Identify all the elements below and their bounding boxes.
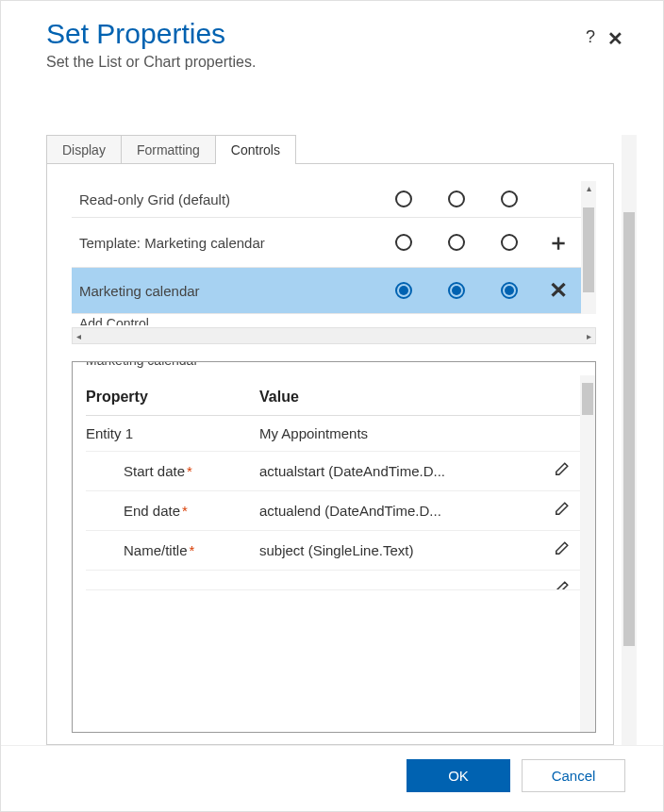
ok-button[interactable]: OK	[407, 759, 510, 792]
property-value: My Appointments	[259, 425, 542, 441]
tab-body: Read-only Grid (default) Template: Marke…	[46, 163, 614, 745]
fieldset-legend: Marketing calendar	[82, 361, 202, 368]
tab-display[interactable]: Display	[46, 135, 122, 164]
radio-tablet[interactable]	[501, 282, 518, 299]
scroll-up-icon[interactable]: ▴	[581, 183, 596, 193]
col-value: Value	[259, 389, 580, 406]
set-properties-dialog: Set Properties Set the List or Chart pro…	[0, 0, 664, 812]
scroll-left-icon[interactable]: ◂	[73, 331, 85, 341]
radio-tablet[interactable]	[501, 191, 518, 207]
close-icon[interactable]: ✕	[607, 27, 623, 50]
property-row-entity1: Entity 1 My Appointments	[86, 416, 580, 452]
property-row-end-date: End date* actualend (DateAndTime.D...	[86, 491, 580, 531]
dialog-header: Set Properties Set the List or Chart pro…	[1, 1, 663, 82]
property-name: Entity 1	[86, 425, 259, 441]
control-row-marketing-calendar[interactable]: Marketing calendar ✕	[72, 268, 581, 314]
property-row-partial	[86, 571, 580, 590]
property-name: Start date*	[86, 463, 259, 479]
scroll-right-icon[interactable]: ▸	[583, 331, 595, 341]
control-label: Read-only Grid (default)	[79, 191, 377, 207]
dialog-subtitle: Set the List or Chart properties.	[46, 54, 618, 71]
radio-web[interactable]	[395, 191, 412, 207]
radio-phone[interactable]	[448, 191, 465, 207]
content-area: Display Formatting Controls Read-only Gr…	[1, 82, 663, 745]
edit-icon[interactable]	[553, 540, 570, 560]
control-label: Marketing calendar	[79, 283, 377, 299]
control-label: Template: Marketing calendar	[79, 235, 377, 251]
control-row-readonly-grid[interactable]: Read-only Grid (default)	[72, 181, 581, 218]
controls-table: Read-only Grid (default) Template: Marke…	[72, 181, 596, 314]
properties-header: Property Value	[86, 375, 580, 416]
edit-icon[interactable]	[553, 461, 570, 481]
dialog-title: Set Properties	[46, 18, 618, 50]
required-icon: *	[190, 542, 195, 558]
properties-fieldset: Marketing calendar Property Value Entity…	[72, 361, 596, 733]
property-value: subject (SingleLine.Text)	[259, 542, 542, 558]
property-name: Name/title*	[86, 542, 259, 558]
property-name: End date*	[86, 503, 259, 519]
plus-icon[interactable]: ＋	[536, 227, 581, 257]
remove-icon[interactable]: ✕	[536, 277, 581, 304]
tab-controls[interactable]: Controls	[215, 135, 296, 164]
radio-tablet[interactable]	[501, 234, 518, 251]
scroll-thumb[interactable]	[582, 383, 593, 415]
radio-phone[interactable]	[448, 234, 465, 251]
page-vertical-scrollbar[interactable]	[622, 135, 637, 745]
control-row-template[interactable]: Template: Marketing calendar ＋	[72, 218, 581, 268]
cancel-button[interactable]: Cancel	[522, 759, 625, 792]
edit-icon[interactable]	[553, 501, 570, 521]
tabs: Display Formatting Controls	[46, 135, 614, 164]
radio-web[interactable]	[395, 282, 412, 299]
required-icon: *	[187, 463, 192, 479]
required-icon: *	[182, 503, 188, 519]
controls-horizontal-scrollbar[interactable]: ◂ ▸	[72, 327, 596, 344]
property-value: actualstart (DateAndTime.D...	[259, 463, 542, 479]
radio-web[interactable]	[395, 234, 412, 251]
add-control-link[interactable]: Add Control...	[72, 314, 596, 325]
edit-icon[interactable]	[553, 580, 570, 590]
property-value: actualend (DateAndTime.D...	[259, 503, 542, 519]
scroll-thumb[interactable]	[583, 207, 594, 292]
col-property: Property	[86, 389, 259, 406]
radio-phone[interactable]	[448, 282, 465, 299]
controls-vertical-scrollbar[interactable]: ▴	[581, 181, 596, 314]
tab-formatting[interactable]: Formatting	[121, 135, 216, 164]
properties-vertical-scrollbar[interactable]	[580, 375, 595, 732]
help-icon[interactable]: ?	[586, 27, 595, 47]
dialog-footer: OK Cancel	[1, 745, 663, 811]
property-row-start-date: Start date* actualstart (DateAndTime.D..…	[86, 452, 580, 491]
scroll-thumb[interactable]	[623, 212, 635, 646]
property-row-name-title: Name/title* subject (SingleLine.Text)	[86, 531, 580, 571]
